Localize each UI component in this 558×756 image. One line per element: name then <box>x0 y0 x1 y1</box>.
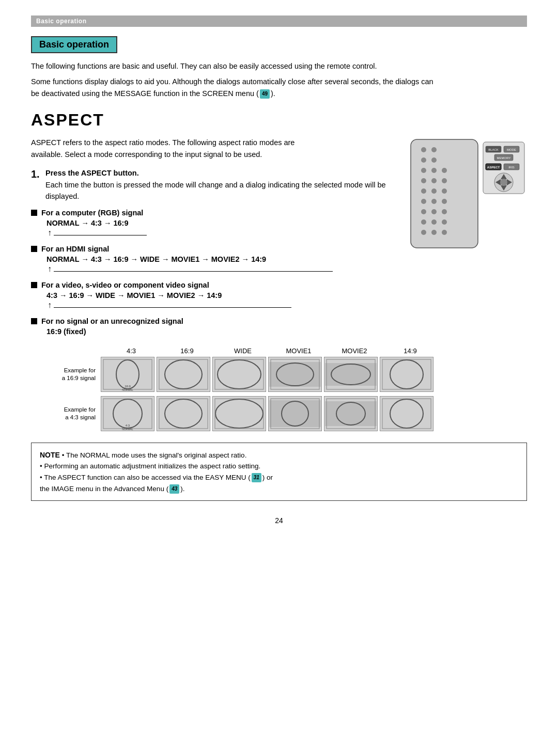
bullet-hdmi-text: For an HDMI signal <box>41 245 109 253</box>
rgb-flow: NORMAL → 4:3 → 16:9 <box>47 219 398 227</box>
svg-point-21 <box>431 219 437 225</box>
svg-point-4 <box>431 158 437 163</box>
bullet-nosignal-text: For no signal or an unrecognized signal <box>41 317 183 325</box>
aspect-img-movie1-43 <box>268 396 322 431</box>
step-1: 1. Press the ASPECT button. Each time th… <box>31 167 398 202</box>
svg-point-42 <box>500 179 507 186</box>
aspect-desc: ASPECT refers to the aspect ratio modes.… <box>31 137 320 160</box>
up-arrow-icon-2: ↑ <box>48 264 52 273</box>
intro-p2-text: Some functions display dialogs to aid yo… <box>31 77 433 97</box>
aspect-img-169-43 <box>157 396 210 431</box>
section-heading-text: Basic operation <box>31 36 117 53</box>
svg-point-24 <box>431 230 437 235</box>
svg-text:4:3: 4:3 <box>126 424 130 427</box>
bullet-hdmi: For an HDMI signal NORMAL → 4:3 → 16:9 →… <box>31 245 398 274</box>
svg-rect-84 <box>381 397 432 430</box>
svg-text:NORMAL: NORMAL <box>122 388 133 391</box>
content-row: ASPECT refers to the aspect ratio modes.… <box>31 137 527 336</box>
bullet-sq-icon <box>31 210 37 216</box>
aspect-images-section: 4:3 16:9 WIDE MOVIE1 MOVIE2 14:9 Example… <box>31 347 527 431</box>
aspect-label-movie2: MOVIE2 <box>327 347 382 355</box>
svg-point-25 <box>442 230 447 235</box>
svg-text:IRIS: IRIS <box>508 166 515 169</box>
bullet-sq-icon-3 <box>31 282 37 288</box>
aspect-heading: ASPECT <box>31 111 527 130</box>
svg-point-6 <box>431 168 437 173</box>
bullet-rgb-text: For a computer (RGB) signal <box>41 209 143 217</box>
video-flow-arrow: ↑ <box>47 301 398 310</box>
aspect-img-movie2-169 <box>324 357 378 392</box>
note-label: NOTE <box>40 451 60 459</box>
bullet-video-heading: For a video, s-video or component video … <box>31 281 398 289</box>
hdmi-flow-arrow: ↑ <box>47 264 398 274</box>
note-text-2: • Performing an automatic adjustment ini… <box>40 462 260 470</box>
svg-point-7 <box>442 168 447 173</box>
flow-line-video <box>54 307 291 308</box>
note-text-1: • The NORMAL mode uses the signal's orig… <box>62 451 247 459</box>
aspect-label-wide: WIDE <box>215 347 271 355</box>
svg-point-20 <box>421 219 426 225</box>
aspect-label-43: 4:3 <box>103 347 159 355</box>
up-arrow-icon-3: ↑ <box>48 301 52 309</box>
svg-text:MEMORY: MEMORY <box>497 156 511 160</box>
svg-point-19 <box>442 209 447 214</box>
link-43: 43 <box>169 484 179 494</box>
aspect-label-169: 16:9 <box>159 347 215 355</box>
video-flow: 4:3 → 16:9 → WIDE → MOVIE1 → MOVIE2 → 14… <box>47 291 398 300</box>
content-left: ASPECT refers to the aspect ratio modes.… <box>31 137 398 336</box>
svg-point-5 <box>421 168 426 173</box>
top-bar: Basic operation <box>31 15 527 27</box>
example-label-43: Example fora 4:3 signal <box>31 406 101 421</box>
svg-point-8 <box>421 178 426 183</box>
section-heading: Basic operation <box>31 36 527 60</box>
svg-text:MODE: MODE <box>507 148 516 151</box>
aspect-img-149-169 <box>380 357 433 392</box>
aspect-img-movie2-43 <box>324 396 378 431</box>
svg-point-9 <box>431 178 437 183</box>
svg-point-18 <box>431 209 437 214</box>
step-1-detail: Each time the button is pressed the mode… <box>45 181 386 200</box>
aspect-img-wide-43 <box>212 396 266 431</box>
note-text-3: • The ASPECT function can also be access… <box>40 474 251 481</box>
remote-illustration: BLACK MODE MEMORY ASPECT IRIS <box>408 137 527 250</box>
aspect-img-149-43 <box>380 396 433 431</box>
aspect-label-149: 14:9 <box>382 347 438 355</box>
top-bar-label: Basic operation <box>36 18 87 25</box>
svg-rect-62 <box>381 358 432 391</box>
svg-point-14 <box>421 199 426 204</box>
svg-rect-73 <box>213 397 265 430</box>
svg-rect-81 <box>325 401 377 426</box>
up-arrow-icon: ↑ <box>48 228 52 237</box>
svg-rect-77 <box>269 400 321 427</box>
step-number-1: 1. <box>31 167 45 181</box>
svg-point-15 <box>431 199 437 204</box>
svg-text:16:9: 16:9 <box>125 385 131 388</box>
svg-text:BLACK: BLACK <box>488 148 499 151</box>
aspect-labels-row: 4:3 16:9 WIDE MOVIE1 MOVIE2 14:9 <box>103 347 527 355</box>
example-label-169: Example fora 16:9 signal <box>31 367 101 382</box>
bullet-sq-icon-4 <box>31 318 37 324</box>
svg-point-2 <box>431 147 437 152</box>
intro-paragraph-1: The following functions are basic and us… <box>31 60 434 72</box>
svg-rect-59 <box>325 363 377 386</box>
aspect-img-wide-169 <box>212 357 266 392</box>
svg-point-13 <box>442 188 447 194</box>
note-text-4: ) or <box>262 474 273 481</box>
svg-point-10 <box>442 178 447 183</box>
svg-point-11 <box>421 188 426 194</box>
page-container: Basic operation Basic operation The foll… <box>0 0 558 756</box>
remote-svg: BLACK MODE MEMORY ASPECT IRIS <box>408 137 527 250</box>
example-row-43: Example fora 4:3 signal 4:3 NORMAL <box>31 396 527 431</box>
aspect-img-43-43: 4:3 NORMAL <box>101 396 154 431</box>
svg-point-1 <box>421 147 426 152</box>
nosignal-flow: 16:9 (fixed) <box>47 327 398 336</box>
flow-line-hdmi <box>54 271 333 272</box>
bullet-rgb: For a computer (RGB) signal NORMAL → 4:3… <box>31 209 398 238</box>
link-31: 31 <box>252 473 261 482</box>
bullet-sq-icon-2 <box>31 246 37 252</box>
svg-text:NORMAL: NORMAL <box>122 428 133 430</box>
aspect-imgs-169: 16:9 NORMAL <box>101 357 433 392</box>
svg-point-23 <box>421 230 426 235</box>
svg-point-17 <box>421 209 426 214</box>
aspect-img-169-169 <box>157 357 210 392</box>
